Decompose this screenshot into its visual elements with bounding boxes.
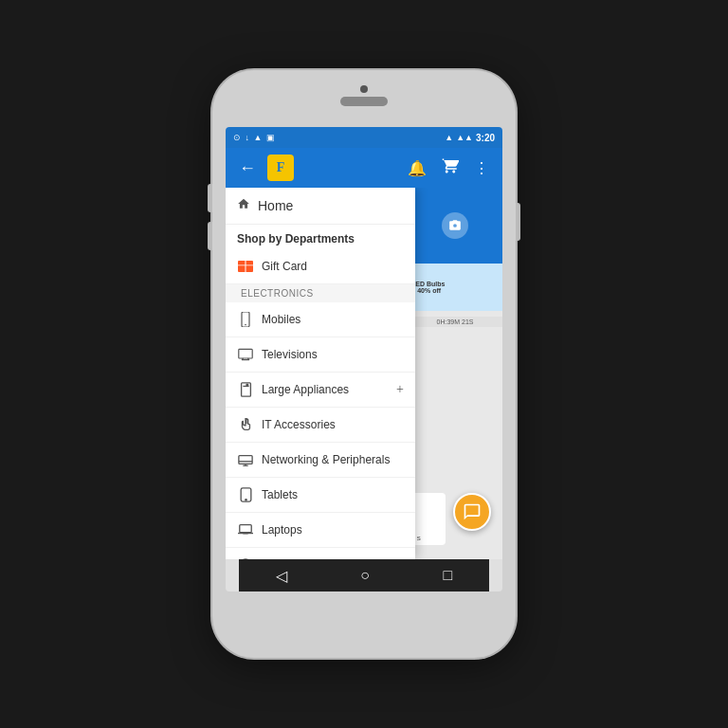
app-logo: F: [267, 155, 294, 181]
drawer-item-mobile-tablet-accessories[interactable]: Mobile & Tablet Accessories: [226, 548, 415, 559]
gift-card-label: Gift Card: [262, 260, 404, 273]
drawer-item-networking[interactable]: Networking & Peripherals: [226, 443, 415, 478]
status-right-icons: ▲ ▲▲ 3:20: [445, 133, 495, 143]
svg-rect-18: [240, 525, 251, 533]
chat-fab-button[interactable]: [453, 493, 491, 531]
phone-body: ⊙ ↓ ▲ ▣ ▲ ▲▲ 3:20 ← F 🔔 ⋮: [212, 70, 516, 658]
speaker: [340, 97, 388, 106]
app-toolbar: ← F 🔔 ⋮: [226, 148, 502, 188]
screen: ⊙ ↓ ▲ ▣ ▲ ▲▲ 3:20 ← F 🔔 ⋮: [226, 127, 502, 592]
more-button[interactable]: ⋮: [470, 155, 493, 181]
laptop-icon: [237, 521, 254, 538]
tablet-icon: [237, 486, 254, 503]
drawer-item-televisions[interactable]: Televisions: [226, 337, 415, 373]
nav-recents-button[interactable]: □: [432, 563, 464, 588]
status-bar: ⊙ ↓ ▲ ▣ ▲ ▲▲ 3:20: [226, 127, 502, 148]
drawer-item-tablets[interactable]: Tablets: [226, 478, 415, 513]
large-appliances-label: Large Appliances: [262, 383, 389, 396]
ad-text-1: LED Bulbs: [411, 281, 445, 287]
drawer-item-mobiles[interactable]: Mobiles: [226, 302, 415, 337]
televisions-label: Televisions: [262, 348, 404, 361]
home-label: Home: [258, 198, 293, 213]
electronics-category-label: Electronics: [226, 284, 415, 302]
svg-rect-12: [239, 456, 252, 464]
networking-icon: [237, 451, 254, 468]
expand-icon[interactable]: +: [396, 382, 404, 397]
bottom-nav-bar: ◁ ○ □: [239, 559, 489, 592]
mobile-icon: [237, 311, 254, 328]
svg-point-17: [245, 500, 246, 500]
cart-button[interactable]: [438, 154, 463, 182]
tv-icon: [237, 346, 254, 363]
time-display: 3:20: [476, 133, 495, 143]
nav-back-button[interactable]: ◁: [264, 563, 299, 589]
svg-point-4: [245, 324, 246, 326]
phone-frame: ⊙ ↓ ▲ ▣ ▲ ▲▲ 3:20 ← F 🔔 ⋮: [212, 70, 516, 658]
signal-icon: ▲▲: [456, 133, 473, 142]
ad-text-2: n 40% off: [411, 287, 441, 294]
wifi-icon: ▲: [445, 133, 453, 142]
home-icon: [237, 197, 250, 214]
nav-home-button[interactable]: ○: [349, 563, 381, 588]
tablets-label: Tablets: [262, 488, 404, 501]
drawer-item-large-appliances[interactable]: Large Appliances +: [226, 373, 415, 408]
hand-icon: [237, 416, 254, 433]
bell-button[interactable]: 🔔: [404, 155, 430, 181]
svg-rect-2: [245, 261, 246, 272]
drawer-item-it-accessories[interactable]: IT Accessories: [226, 408, 415, 443]
gift-card-icon: [237, 258, 254, 275]
drawer-item-laptops[interactable]: Laptops: [226, 513, 415, 548]
notification-icons: ⊙ ↓ ▲ ▣: [233, 133, 276, 142]
drawer-gift-card-item[interactable]: Gift Card: [226, 249, 415, 284]
navigation-drawer: Home Shop by Departments: [226, 188, 415, 559]
timer-display: 0H:39M 21S: [408, 317, 502, 327]
appliance-icon: [237, 381, 254, 398]
back-button[interactable]: ←: [235, 155, 260, 182]
volume-up-button[interactable]: [208, 184, 212, 212]
front-camera: [360, 85, 368, 93]
status-left-icons: ⊙ ↓ ▲ ▣: [233, 133, 276, 142]
drawer-home-item[interactable]: Home: [226, 188, 415, 225]
ad-banner: LED Bulbs n 40% off: [408, 264, 502, 311]
section-title: Shop by Departments: [226, 225, 415, 249]
svg-rect-5: [239, 349, 252, 358]
search-area: [408, 188, 502, 264]
power-button[interactable]: [516, 203, 520, 241]
networking-label: Networking & Peripherals: [262, 453, 404, 466]
laptops-label: Laptops: [262, 523, 404, 537]
mobiles-label: Mobiles: [262, 313, 404, 326]
it-accessories-label: IT Accessories: [262, 418, 404, 431]
svg-point-11: [246, 384, 247, 386]
volume-down-button[interactable]: [208, 222, 212, 250]
content-area: LED Bulbs n 40% off 0H:39M 21S Minimum S…: [226, 188, 502, 559]
camera-icon[interactable]: [442, 212, 468, 239]
